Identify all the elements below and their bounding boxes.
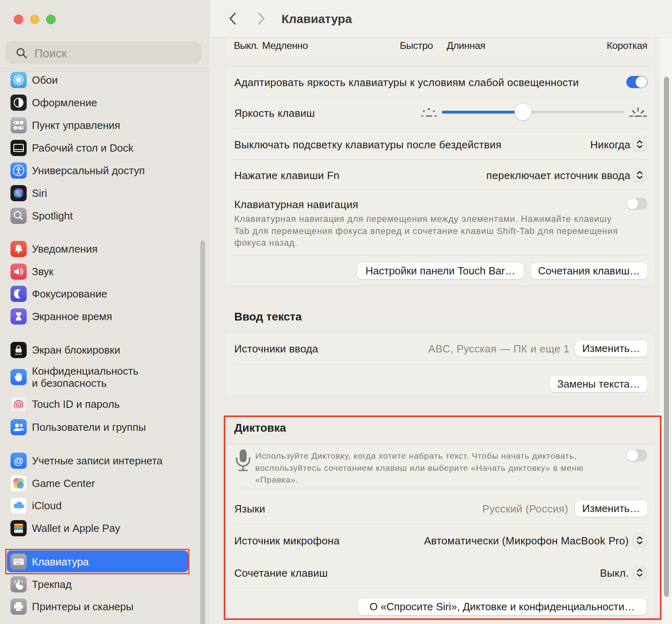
svg-text:@: @ — [14, 455, 23, 466]
